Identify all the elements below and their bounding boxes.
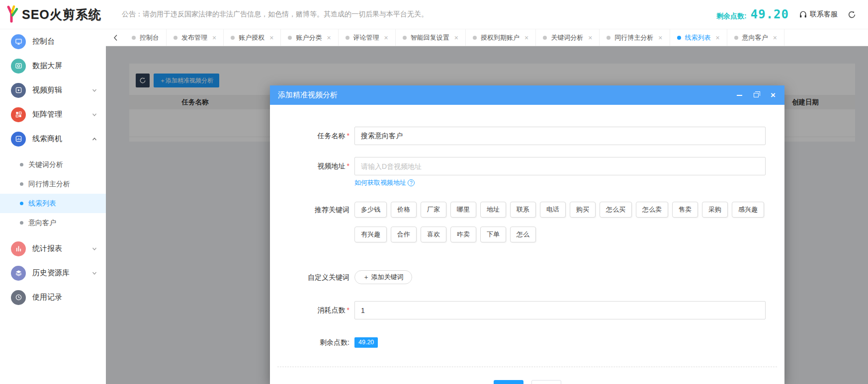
keyword-chip[interactable]: 联系 — [510, 202, 536, 218]
modal-footer — [280, 380, 775, 384]
tab-keyword-analysis[interactable]: 关键词分析 × — [536, 29, 600, 46]
keyword-chip[interactable]: 咋卖 — [450, 227, 476, 242]
sidebar-item-keyword-analysis[interactable]: 关键词分析 — [0, 155, 106, 174]
chevron-up-icon — [92, 137, 97, 142]
add-precise-video-analysis-modal: 添加精准视频分析 × 任务名称* 视频地址* 如何获取视频地址 ? 推荐关键词 — [270, 85, 784, 384]
sidebar-leads-submenu: 关键词分析 同行博主分析 线索列表 意向客户 — [0, 155, 106, 232]
video-url-input[interactable] — [354, 157, 766, 175]
sidebar-item-console[interactable]: 控制台 — [0, 29, 106, 54]
tab-close-icon[interactable]: × — [524, 34, 528, 41]
sidebar-item-usage-records[interactable]: 使用记录 — [0, 285, 106, 309]
remaining-points-badge: 49.20 — [354, 337, 378, 348]
video-url-label: 视频地址* — [280, 157, 349, 175]
tab-close-icon[interactable]: × — [658, 34, 662, 41]
consume-points-label: 消耗点数* — [280, 301, 349, 319]
keyword-chip-row-2: 有兴趣 合作 喜欢 咋卖 下单 怎么 — [354, 227, 764, 242]
sidebar-item-peer-blogger-analysis[interactable]: 同行博主分析 — [0, 174, 106, 194]
tab-close-icon[interactable]: × — [269, 34, 273, 41]
consume-points-row: 消耗点数* — [280, 301, 775, 319]
custom-keywords-label: 自定义关键词 — [280, 270, 349, 284]
sidebar-item-leads[interactable]: 线索商机 — [0, 127, 106, 151]
task-name-input[interactable] — [354, 127, 766, 145]
modal-header[interactable]: 添加精准视频分析 × — [270, 85, 784, 105]
sidebar-item-reports[interactable]: 统计报表 — [0, 236, 106, 261]
keyword-chip[interactable]: 感兴趣 — [732, 202, 764, 218]
sidebar-item-label: 线索商机 — [32, 134, 62, 144]
bullet-dot-icon — [20, 182, 23, 186]
tab-label: 授权到期账户 — [481, 33, 520, 42]
tab-smart-reply-settings[interactable]: 智能回复设置 × — [396, 29, 466, 46]
tab-account-category[interactable]: 账户分类 × — [281, 29, 338, 46]
consume-points-input[interactable] — [354, 301, 766, 319]
sidebar-item-label: 统计报表 — [32, 244, 62, 253]
keyword-chip[interactable]: 有兴趣 — [354, 227, 387, 242]
keyword-chip[interactable]: 怎么卖 — [636, 202, 668, 218]
help-link-text: 如何获取视频地址 — [354, 178, 406, 187]
bullet-dot-icon — [20, 221, 23, 225]
keyword-chip[interactable]: 价格 — [391, 202, 417, 218]
keyword-chip[interactable]: 喜欢 — [421, 227, 446, 242]
how-to-get-video-url-link[interactable]: 如何获取视频地址 ? — [354, 178, 415, 187]
tab-close-icon[interactable]: × — [212, 34, 216, 41]
sidebar-item-history-resources[interactable]: 历史资源库 — [0, 261, 106, 285]
required-asterisk: * — [347, 132, 349, 140]
close-button[interactable]: × — [770, 92, 777, 99]
keyword-chip[interactable]: 地址 — [480, 202, 506, 218]
tab-label: 关键词分析 — [551, 33, 583, 42]
keyword-chip[interactable]: 厂家 — [421, 202, 446, 218]
tab-dot-icon — [403, 36, 407, 40]
tab-close-icon[interactable]: × — [588, 34, 592, 41]
keyword-chip[interactable]: 怎么买 — [600, 202, 632, 218]
sidebar-item-label: 使用记录 — [32, 293, 62, 302]
tab-dot-icon — [677, 36, 681, 40]
sidebar-item-data-screen[interactable]: 数据大屏 — [0, 54, 106, 78]
sidebar-item-leads-list[interactable]: 线索列表 — [0, 194, 106, 213]
keyword-chip[interactable]: 合作 — [391, 227, 417, 242]
sidebar-item-label: 历史资源库 — [32, 268, 70, 278]
keyword-chip[interactable]: 哪里 — [450, 202, 476, 218]
remaining-points-row: 剩余点数: 49.20 — [280, 337, 775, 348]
tab-close-icon[interactable]: × — [327, 34, 331, 41]
sidebar-item-intent-customers[interactable]: 意向客户 — [0, 213, 106, 232]
console-icon — [11, 34, 26, 49]
tab-close-icon[interactable]: × — [454, 34, 458, 41]
tab-expired-accounts[interactable]: 授权到期账户 × — [466, 29, 536, 46]
sidebar-item-video-clip[interactable]: 视频剪辑 — [0, 78, 106, 102]
page-refresh-button[interactable] — [848, 10, 856, 19]
tab-account-authorization[interactable]: 账户授权 × — [224, 29, 281, 46]
add-keyword-button[interactable]: ＋ 添加关键词 — [354, 270, 412, 284]
maximize-button[interactable] — [753, 92, 760, 99]
tab-console[interactable]: 控制台 — [125, 29, 167, 46]
headset-icon — [799, 10, 807, 19]
tab-close-icon[interactable]: × — [773, 34, 777, 41]
tab-label: 智能回复设置 — [411, 33, 449, 42]
tab-peer-blogger-analysis[interactable]: 同行博主分析 × — [600, 29, 670, 46]
keyword-chip[interactable]: 怎么 — [510, 227, 536, 242]
tab-comment-management[interactable]: 评论管理 × — [339, 29, 396, 46]
tab-intent-customers[interactable]: 意向客户 × — [727, 29, 784, 46]
tab-publish-management[interactable]: 发布管理 × — [167, 29, 224, 46]
sidebar-item-matrix[interactable]: 矩阵管理 — [0, 102, 106, 127]
logo-flame-icon — [6, 5, 19, 23]
keyword-chip[interactable]: 购买 — [570, 202, 596, 218]
footer-divider — [277, 367, 777, 367]
tab-label: 账户分类 — [296, 33, 322, 42]
sidebar-subitem-label: 意向客户 — [28, 219, 56, 228]
keyword-chip[interactable]: 采购 — [702, 202, 728, 218]
remaining-points-value: 49.20 — [751, 8, 789, 20]
keyword-chip[interactable]: 售卖 — [672, 202, 698, 218]
tab-label: 评论管理 — [353, 33, 379, 42]
keyword-chip[interactable]: 电话 — [540, 202, 566, 218]
tab-close-icon[interactable]: × — [384, 34, 388, 41]
keyword-chip[interactable]: 多少钱 — [354, 202, 387, 218]
contact-support-button[interactable]: 联系客服 — [799, 10, 838, 19]
tabs-scroll-left-button[interactable] — [106, 29, 125, 46]
tab-leads-list[interactable]: 线索列表 × — [670, 29, 727, 46]
cancel-button[interactable] — [531, 380, 561, 384]
tab-close-icon[interactable]: × — [716, 34, 720, 41]
confirm-button[interactable] — [494, 380, 523, 384]
logo-text: SEO火剪系统 — [22, 6, 101, 23]
keyword-chip[interactable]: 下单 — [480, 227, 506, 242]
minimize-button[interactable] — [736, 92, 743, 99]
required-asterisk: * — [347, 162, 349, 170]
